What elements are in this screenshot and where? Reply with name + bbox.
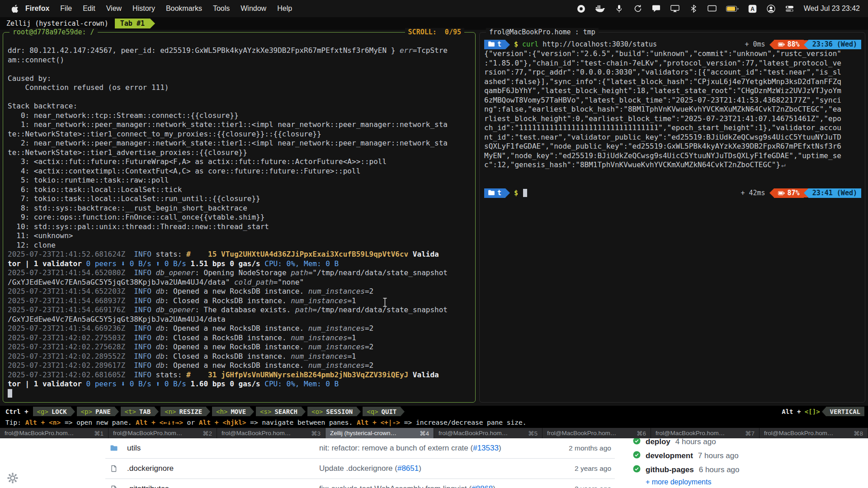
pr-number-link[interactable]: #8651 (397, 464, 419, 473)
record-indicator-icon[interactable] (577, 4, 586, 14)
terminal-output-line: MyEN","node_key":"ed25519:BJiUdkZeQCwsg9… (484, 151, 861, 161)
keybind-tab[interactable]: <t>TAB (121, 407, 155, 416)
terminal-line: 2025-07-23T21:42:02.681605Z INFO stats: … (8, 371, 473, 380)
terminal-line: 0: near_network::tcp::Stream::connect::{… (8, 111, 473, 121)
prompt-dir-segment: t (484, 40, 505, 49)
file-name-link[interactable]: .gitattributes (127, 484, 319, 488)
powerline-arrow-icon (822, 407, 826, 416)
terminal-tab-shortcut: ⌘2 (203, 430, 212, 437)
terminal-line (484, 179, 861, 188)
terminal-line: 2025-07-23T21:41:54.652080Z INFO db_open… (8, 268, 473, 278)
menu-item-history[interactable]: History (127, 5, 160, 13)
terminal-line: tor | 1 validator 0 peers ⬇ 0 B/s ⬆ 0 B/… (8, 380, 473, 389)
file-name-link[interactable]: utils (127, 444, 319, 453)
terminal-line: 12: clone (8, 241, 473, 250)
menu-bar: Firefox FileEditViewHistoryBookmarksTool… (0, 0, 868, 17)
terminal-line: 2025-07-23T21:42:02.289552Z INFO db: Clo… (8, 352, 473, 361)
more-deployments-link[interactable]: + more deployments (646, 478, 711, 486)
text-cursor (523, 189, 527, 197)
keybind-lock[interactable]: <g>LOCK (33, 407, 71, 416)
command-duration: + 42ms (741, 188, 765, 198)
terminal-tab-6[interactable]: frol@MacBookPro.hom…⌘6 (542, 428, 651, 438)
commit-message-link[interactable]: nit: refactor: remove a bunch of extern … (319, 444, 547, 453)
deployment-github-pages[interactable]: github-pages6 hours ago (633, 463, 740, 477)
powerline-arrow-icon (505, 188, 510, 197)
terminal-tab-7[interactable]: frol@MacBookPro.hom…⌘7 (651, 428, 760, 438)
deployment-development[interactable]: development7 hours ago (633, 449, 740, 463)
deployment-deploy[interactable]: deploy4 hours ago (633, 438, 740, 449)
docker-icon[interactable] (595, 4, 605, 14)
terminal-tab-5[interactable]: frol@MacBookPro.hom…⌘5 (434, 428, 542, 438)
apple-menu-icon[interactable] (8, 5, 22, 13)
terminal-line: 6: tokio::task::local::LocalSet::tick (8, 185, 473, 195)
file-row-dockerignore[interactable]: .dockerignoreUpdate .dockerignore (#8651… (105, 459, 615, 479)
file-row-gitattributes[interactable]: .gitattributesfix: exclude test WebAssem… (105, 479, 615, 488)
terminal-tab-1[interactable]: frol@MacBookPro.hom…⌘1 (0, 428, 108, 438)
terminal-line: te::NetworkState>::tier1_connect_to_my_p… (8, 130, 473, 139)
powerline-arrow-icon (804, 188, 808, 197)
terminal-line: 2: near_network::peer_manager::network_s… (8, 139, 473, 148)
keybind-pane[interactable]: <p>PANE (77, 407, 115, 416)
keybind-resize[interactable]: <n>RESIZE (160, 407, 206, 416)
return-symbol: ↵ (781, 160, 786, 169)
keybind-session[interactable]: <o>SESSION (307, 407, 357, 416)
battery-icon (778, 188, 785, 198)
zellij-tab-1[interactable]: Tab #1 (115, 19, 150, 28)
microphone-icon[interactable] (615, 4, 624, 14)
menu-item-bookmarks[interactable]: Bookmarks (160, 5, 208, 13)
file-icon (110, 485, 127, 488)
menu-item-window[interactable]: Window (235, 5, 272, 13)
input-source-icon[interactable]: A (748, 4, 757, 14)
terminal-line: Connection refused (os error 111) (8, 83, 473, 93)
app-menu-firefox[interactable]: Firefox (22, 5, 55, 13)
menu-item-view[interactable]: View (101, 5, 127, 13)
powerline-arrow-icon (505, 40, 510, 49)
commit-message-link[interactable]: Update .dockerignore (#8651) (319, 464, 547, 473)
commit-message-link[interactable]: fix: exclude test WebAssembly from lingu… (319, 484, 547, 488)
messages-icon[interactable] (652, 4, 661, 14)
check-circle-icon (633, 438, 641, 447)
menu-item-file[interactable]: File (55, 5, 77, 13)
terminal-line: 8: std::sys::backtrace::__rust_begin_sho… (8, 204, 473, 213)
display-icon[interactable] (708, 4, 717, 14)
zellij-keybind-bar: Ctrl +<g>LOCK<p>PANE<t>TAB<n>RESIZE<h>MO… (0, 406, 868, 417)
terminal-tab-3[interactable]: frol@MacBookPro.hom…⌘3 (217, 428, 326, 438)
folder-icon (488, 40, 495, 49)
terminal-line: /GxYJEdEwe4Vc7EAn5aGC5Y5jqGt38KpjbJva2UA… (8, 315, 473, 324)
menu-item-help[interactable]: Help (272, 5, 297, 13)
right-pane[interactable]: frol@MacBookPro.home : tmp t$curl http:/… (479, 32, 865, 403)
commit-age: 2 years ago (547, 485, 615, 488)
keybind-move[interactable]: <h>MOVE (212, 407, 250, 416)
menu-item-tools[interactable]: Tools (208, 5, 235, 13)
prompt-clock-segment: 23:36 (Wed) (808, 40, 861, 49)
settings-gear-icon[interactable] (7, 473, 18, 485)
account-icon[interactable] (767, 4, 776, 14)
file-name-link[interactable]: .dockerignore (127, 464, 319, 473)
file-row-utils[interactable]: utilsnit: refactor: remove a bunch of ex… (105, 438, 615, 459)
control-center-icon[interactable] (785, 4, 794, 14)
terminal-tab-8[interactable]: frol@MacBookPro.hom…⌘8 (760, 428, 868, 438)
terminal-output-line: ch_id":"11111111111111111111111111111111… (484, 123, 861, 133)
bluetooth-icon[interactable] (689, 4, 698, 14)
terminal-output-line: rliest_block_height":0,"earliest_block_t… (484, 114, 861, 124)
terminal-tab-2[interactable]: frol@MacBookPro.hom…⌘2 (108, 428, 217, 438)
left-pane[interactable]: root@d778a97e59de: / SCROLL: 0/95 ddr: 8… (3, 32, 476, 403)
terminal-output-line: sQXLyF1feGDAE","node_public_key":"ed2551… (484, 142, 861, 151)
menu-bar-clock[interactable]: Wed Jul 23 23:42 (804, 5, 860, 13)
terminal-tab-4[interactable]: Zellij (hysterical-crown…⌘4 (326, 428, 434, 438)
screen-mirroring-icon[interactable] (670, 4, 679, 14)
check-circle-icon (633, 465, 641, 475)
terminal-line: te::NetworkState>::tier1_advertise_proxi… (8, 148, 473, 158)
deployment-age: 7 hours ago (698, 451, 739, 460)
terminal-output-line: {"version":{"version":"2.6.5","build":"u… (484, 49, 861, 59)
menu-item-edit[interactable]: Edit (77, 5, 101, 13)
keybind-search[interactable]: <s>SEARCH (256, 407, 302, 416)
battery-icon[interactable] (726, 4, 739, 14)
pr-number-link[interactable]: #13533 (473, 444, 499, 452)
terminal-line: 2025-07-23T21:41:52.681624Z INFO stats: … (8, 250, 473, 259)
prompt-dir-label: t (497, 40, 501, 49)
keybind-quit[interactable]: <q>QUIT (363, 407, 401, 416)
pr-number-link[interactable]: #8868 (472, 484, 493, 488)
browser-window: utilsnit: refactor: remove a bunch of ex… (0, 438, 868, 488)
sync-icon[interactable] (633, 4, 642, 14)
